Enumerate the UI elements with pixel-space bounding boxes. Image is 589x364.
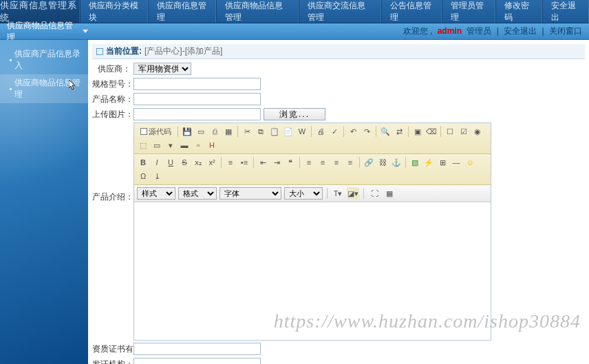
source-code-toggle[interactable]: 源代码	[137, 125, 175, 138]
upload-path-input[interactable]	[133, 108, 261, 120]
blockquote-icon[interactable]: ❝	[284, 156, 297, 169]
remove-format-icon[interactable]: ⌫	[425, 125, 438, 138]
button-form-icon[interactable]: ▬	[178, 139, 191, 151]
editor-toolbar-2: B I U S x₂ x² ≡ •≡ ⇤ ⇥ ❝ ≡	[134, 154, 491, 185]
rich-editor: 源代码 💾 ▭ ⎙ ▦ ✂ ⧉ 📋 📄 W 🖨 ✓	[133, 122, 491, 341]
breadcrumb: 当前位置: [产品中心]-[添加产品]	[92, 44, 585, 59]
menu-supplier-category[interactable]: 供应商分类模块	[80, 0, 148, 23]
undo-icon[interactable]: ↶	[347, 125, 359, 138]
text-color-icon[interactable]: T▾	[332, 187, 344, 200]
issuer-label: 发证机构：	[92, 358, 133, 365]
supplier-select[interactable]: 军用物资供应	[133, 63, 191, 75]
radio-icon[interactable]: ◉	[471, 125, 484, 138]
cert-date-label: 资质证书有效期：	[92, 345, 133, 353]
sidebar-item-label: 供应商产品信息录入	[14, 48, 83, 72]
editor-content[interactable]	[134, 202, 491, 340]
close-window-link[interactable]: 关闭窗口	[549, 26, 582, 36]
special-char-icon[interactable]: Ω	[137, 170, 149, 182]
image-button-icon[interactable]: ▫	[192, 139, 204, 151]
align-right-icon[interactable]: ≡	[330, 156, 343, 169]
redo-icon[interactable]: ↷	[361, 125, 373, 138]
sidebar-item-goods-manage[interactable]: 供应商物品信息管理	[0, 74, 88, 103]
product-form: 供应商： 军用物资供应 规格型号： 产品名称： 上传图片： 浏览... 产品介绍…	[88, 62, 589, 364]
breadcrumb-icon	[96, 48, 103, 55]
caret-down-icon	[83, 30, 88, 33]
user-bar: 欢迎您 , admin 管理员 | 安全退出 | 关闭窗口	[402, 25, 589, 37]
align-justify-icon[interactable]: ≡	[344, 156, 356, 169]
flash-icon[interactable]: ⚡	[422, 156, 435, 169]
spec-input[interactable]	[133, 78, 261, 90]
spellcheck-icon[interactable]: ✓	[328, 125, 341, 138]
pagebreak-icon[interactable]: ⤓	[151, 170, 163, 182]
select-all-icon[interactable]: ▣	[411, 125, 424, 138]
style-select[interactable]: 样式	[137, 187, 175, 200]
browse-button[interactable]: 浏览...	[264, 108, 325, 120]
font-select[interactable]: 字体	[219, 187, 281, 200]
sidebar-item-product-entry[interactable]: 供应商产品信息录入	[0, 45, 88, 74]
outdent-icon[interactable]: ⇤	[257, 156, 269, 169]
underline-icon[interactable]: U	[164, 156, 177, 169]
hr-icon[interactable]: —	[450, 156, 462, 169]
strike-icon[interactable]: S	[178, 156, 191, 169]
link-icon[interactable]: 🔗	[363, 156, 375, 169]
ol-icon[interactable]: ≡	[224, 156, 237, 169]
menu-change-password[interactable]: 修改密码	[495, 0, 542, 23]
paste-icon[interactable]: 📋	[268, 125, 281, 138]
subscript-icon[interactable]: x₂	[192, 156, 204, 169]
paste-text-icon[interactable]: 📄	[282, 125, 294, 138]
top-menu: 供应商分类模块 供应商信息管理 供应商物品信息管理 供应商交流信息管理 公告信息…	[80, 0, 589, 23]
form-icon[interactable]: ☐	[444, 125, 456, 138]
maximize-icon[interactable]: ⛶	[368, 187, 381, 200]
sidebar: 供应商产品信息录入 供应商物品信息管理	[0, 40, 88, 364]
anchor-icon[interactable]: ⚓	[390, 156, 403, 169]
size-select[interactable]: 大小	[284, 187, 323, 200]
hidden-icon[interactable]: H	[206, 139, 218, 151]
menu-supplier-goods[interactable]: 供应商物品信息管理	[216, 0, 299, 23]
top-bar: 供应商信息管理系统 供应商分类模块 供应商信息管理 供应商物品信息管理 供应商交…	[0, 0, 589, 23]
intro-label: 产品介绍：	[92, 122, 133, 203]
user-role: 管理员	[467, 26, 491, 36]
template-icon[interactable]: ▦	[222, 125, 235, 138]
menu-admin[interactable]: 管理员管理	[442, 0, 495, 23]
checkbox-icon[interactable]: ☑	[458, 125, 470, 138]
indent-icon[interactable]: ⇥	[270, 156, 283, 169]
format-select[interactable]: 格式	[178, 187, 217, 200]
image-icon[interactable]: ▧	[409, 156, 421, 169]
unlink-icon[interactable]: ⛓	[376, 156, 389, 169]
logout-link[interactable]: 安全退出	[504, 26, 537, 36]
bullet-icon	[10, 88, 12, 90]
textarea-icon[interactable]: ▭	[151, 139, 163, 151]
align-left-icon[interactable]: ≡	[303, 156, 315, 169]
sep: |	[542, 26, 544, 36]
bg-color-icon[interactable]: ◪▾	[347, 187, 359, 200]
menu-announcement[interactable]: 公告信息管理	[381, 0, 442, 23]
save-icon[interactable]: 💾	[181, 125, 193, 138]
menu-supplier-info[interactable]: 供应商信息管理	[148, 0, 216, 23]
preview-icon[interactable]: ⎙	[208, 125, 221, 138]
paste-word-icon[interactable]: W	[296, 125, 308, 138]
italic-icon[interactable]: I	[151, 156, 163, 169]
table-icon[interactable]: ⊞	[436, 156, 449, 169]
cut-icon[interactable]: ✂	[241, 125, 253, 138]
select-icon[interactable]: ▾	[164, 139, 177, 151]
breadcrumb-path: [产品中心]-[添加产品]	[144, 45, 222, 57]
copy-icon[interactable]: ⧉	[255, 125, 267, 138]
textfield-icon[interactable]: ⬚	[137, 139, 149, 151]
align-center-icon[interactable]: ≡	[317, 156, 329, 169]
product-name-input[interactable]	[133, 93, 261, 105]
bold-icon[interactable]: B	[137, 156, 149, 169]
editor-toolbar-1: 源代码 💾 ▭ ⎙ ▦ ✂ ⧉ 📋 📄 W 🖨 ✓	[134, 123, 491, 154]
menu-safe-exit[interactable]: 安全退出	[542, 0, 589, 23]
show-blocks-icon[interactable]: ▦	[383, 187, 396, 200]
new-page-icon[interactable]: ▭	[195, 125, 207, 138]
cert-date-input[interactable]	[133, 343, 261, 355]
upload-label: 上传图片：	[92, 109, 133, 120]
find-icon[interactable]: 🔍	[379, 125, 392, 138]
smiley-icon[interactable]: ☺	[464, 156, 476, 169]
replace-icon[interactable]: ⇄	[393, 125, 405, 138]
superscript-icon[interactable]: x²	[206, 156, 218, 169]
ul-icon[interactable]: •≡	[238, 156, 250, 169]
issuer-input[interactable]	[133, 358, 261, 364]
menu-supplier-comms[interactable]: 供应商交流信息管理	[299, 0, 381, 23]
print-icon[interactable]: 🖨	[314, 125, 327, 138]
